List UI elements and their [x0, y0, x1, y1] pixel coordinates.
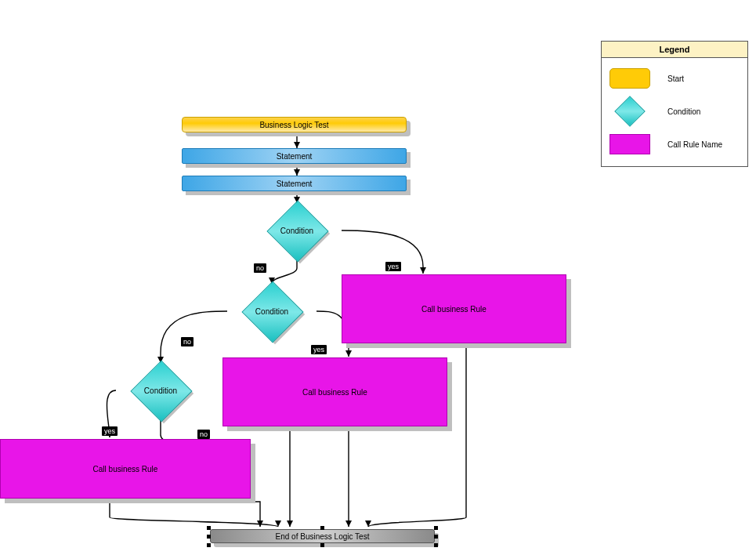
call-rule-node-3[interactable]: Call business Rule: [0, 439, 251, 499]
call-rule-node-2[interactable]: Call business Rule: [222, 357, 447, 426]
end-label: End of Business Logic Test: [276, 532, 370, 541]
edge-label-cond3-yes: yes: [102, 426, 118, 436]
edge-label-cond3-no: no: [197, 430, 210, 439]
call-rule-node-1[interactable]: Call business Rule: [342, 274, 566, 343]
legend-title: Legend: [602, 42, 747, 58]
sel-handle-n[interactable]: [320, 526, 324, 530]
start-label: Business Logic Test: [259, 121, 328, 129]
legend-condition-label: Condition: [667, 107, 700, 116]
legend-panel: Legend Start Condition Call Rule Name: [601, 41, 748, 167]
stmt2-label: Statement: [277, 180, 313, 188]
diagram-canvas: { "title": "Business Logic Test", "nodes…: [0, 0, 756, 555]
stmt1-label: Statement: [277, 152, 313, 161]
legend-call-label: Call Rule Name: [667, 140, 722, 149]
end-node[interactable]: End of Business Logic Test: [210, 529, 435, 543]
legend-row-condition: Condition: [610, 100, 740, 122]
sel-handle-se[interactable]: [434, 543, 438, 547]
legend-condition-icon: [614, 96, 646, 127]
call1-label: Call business Rule: [421, 305, 487, 314]
call3-label: Call business Rule: [93, 465, 158, 473]
edge-label-cond2-no: no: [181, 337, 194, 346]
condition-node-2[interactable]: Condition: [227, 284, 317, 339]
statement-node-2[interactable]: Statement: [182, 176, 407, 191]
condition-node-3[interactable]: Condition: [116, 363, 205, 418]
sel-handle-ne[interactable]: [434, 526, 438, 530]
sel-handle-sw[interactable]: [207, 543, 211, 547]
edge-label-cond1-no: no: [254, 263, 266, 273]
legend-row-call: Call Rule Name: [610, 133, 740, 155]
legend-body: Start Condition Call Rule Name: [602, 58, 747, 166]
edge-label-cond2-yes: yes: [311, 345, 327, 354]
call2-label: Call business Rule: [302, 388, 367, 397]
sel-handle-w[interactable]: [207, 535, 211, 539]
legend-call-icon: [610, 134, 650, 154]
start-node[interactable]: Business Logic Test: [182, 117, 407, 132]
legend-start-label: Start: [667, 74, 684, 83]
sel-handle-e[interactable]: [434, 535, 438, 539]
condition-node-1[interactable]: Condition: [252, 203, 342, 258]
edge-label-cond1-yes: yes: [385, 262, 401, 271]
sel-handle-nw[interactable]: [207, 526, 211, 530]
legend-start-icon: [610, 68, 650, 89]
sel-handle-s[interactable]: [320, 543, 324, 547]
legend-row-start: Start: [610, 67, 740, 89]
statement-node-1[interactable]: Statement: [182, 148, 407, 164]
